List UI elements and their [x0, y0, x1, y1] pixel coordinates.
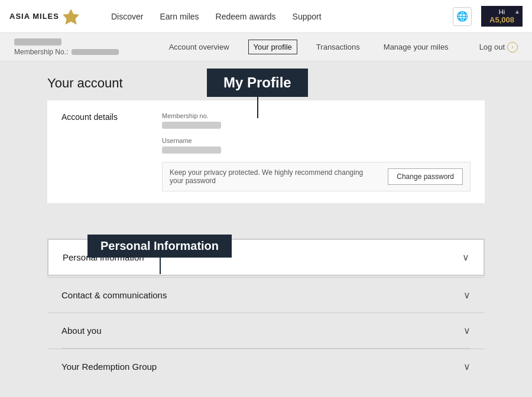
main-content: My Profile Your account Account details …: [0, 61, 532, 397]
membership-no-label: Membership no.: [162, 112, 471, 119]
membership-no-field: Membership no.: [162, 112, 471, 129]
accordion-redemption-group-label: Your Redemption Group: [61, 362, 157, 372]
personal-information-label: Personal Information: [100, 239, 219, 252]
membership-no-label: Membership No.:: [14, 48, 68, 56]
accordion-about-you: About you ∨: [47, 313, 485, 348]
chevron-down-icon: ∨: [463, 325, 471, 336]
tab-transactions[interactable]: Transactions: [312, 40, 365, 54]
logo[interactable]: ASIA MILES: [9, 8, 92, 25]
tab-manage-miles[interactable]: Manage your miles: [379, 40, 453, 54]
hi-label: Hi: [499, 8, 505, 15]
chevron-down-icon: ∨: [463, 361, 471, 372]
membership-number-row: Membership No.:: [14, 48, 164, 56]
personal-information-tooltip: Personal Information: [87, 235, 232, 258]
membership-number-value: [72, 49, 119, 55]
accordion-contact: Contact & communications ∨: [47, 277, 485, 313]
my-profile-tooltip: My Profile: [207, 69, 308, 97]
tooltip-connector-line: [257, 97, 258, 118]
nav-right: 🌐 Hi A5,008 ▲: [453, 6, 523, 27]
chevron-down-icon: ∨: [462, 252, 469, 263]
main-nav-links: Discover Earn miles Redeem awards Suppor…: [111, 12, 453, 21]
miles-count: A5,008: [489, 15, 514, 24]
account-fields: Membership no. Username Keep your privac…: [162, 112, 471, 191]
chevron-up-icon: ▲: [514, 8, 520, 15]
logout-icon: ›: [507, 42, 518, 53]
nav-earn-miles[interactable]: Earn miles: [160, 12, 199, 21]
account-details-label: Account details: [61, 112, 138, 191]
logout-button[interactable]: Log out ›: [479, 42, 518, 53]
personal-tooltip-connector: [160, 258, 161, 274]
password-hint: Keep your privacy protected. We highly r…: [170, 168, 378, 185]
my-profile-label: My Profile: [223, 74, 291, 90]
membership-no-value-blur: [162, 122, 221, 129]
chevron-down-icon: ∨: [463, 289, 471, 301]
username-value-blur: [162, 147, 221, 154]
logo-icon: [63, 8, 79, 25]
accordions-container: Personal information ∨ Contact & communi…: [47, 239, 485, 384]
logout-label: Log out: [479, 43, 505, 51]
accordion-contact-header[interactable]: Contact & communications ∨: [47, 278, 485, 313]
change-password-button[interactable]: Change password: [388, 168, 463, 185]
user-miles-badge[interactable]: Hi A5,008 ▲: [481, 6, 523, 27]
nav-support[interactable]: Support: [293, 12, 322, 21]
brand-name: ASIA MILES: [9, 12, 59, 21]
accordion-redemption-group-header[interactable]: Your Redemption Group ∨: [47, 349, 485, 384]
tab-account-overview[interactable]: Account overview: [164, 40, 234, 54]
member-name: [14, 38, 61, 45]
accordion-redemption-group: Your Redemption Group ∨: [47, 349, 485, 384]
account-details-section: Account details Membership no. Username …: [47, 100, 485, 203]
language-selector[interactable]: 🌐: [453, 7, 472, 26]
username-label: Username: [162, 137, 471, 144]
account-navigation: Membership No.: Account overview Your pr…: [0, 33, 532, 61]
accordion-about-you-header[interactable]: About you ∨: [47, 313, 485, 348]
globe-icon: 🌐: [456, 11, 468, 22]
nav-redeem-awards[interactable]: Redeem awards: [216, 12, 276, 21]
password-section: Keep your privacy protected. We highly r…: [162, 162, 471, 191]
accordion-contact-label: Contact & communications: [61, 290, 167, 300]
nav-discover[interactable]: Discover: [111, 12, 143, 21]
top-navigation: ASIA MILES Discover Earn miles Redeem aw…: [0, 0, 532, 33]
accordion-about-you-label: About you: [61, 326, 102, 336]
username-field: Username: [162, 137, 471, 154]
tab-your-profile[interactable]: Your profile: [248, 40, 297, 54]
svg-marker-0: [63, 9, 79, 24]
account-tabs: Account overview Your profile Transactio…: [164, 40, 518, 54]
member-info: Membership No.:: [14, 38, 164, 56]
